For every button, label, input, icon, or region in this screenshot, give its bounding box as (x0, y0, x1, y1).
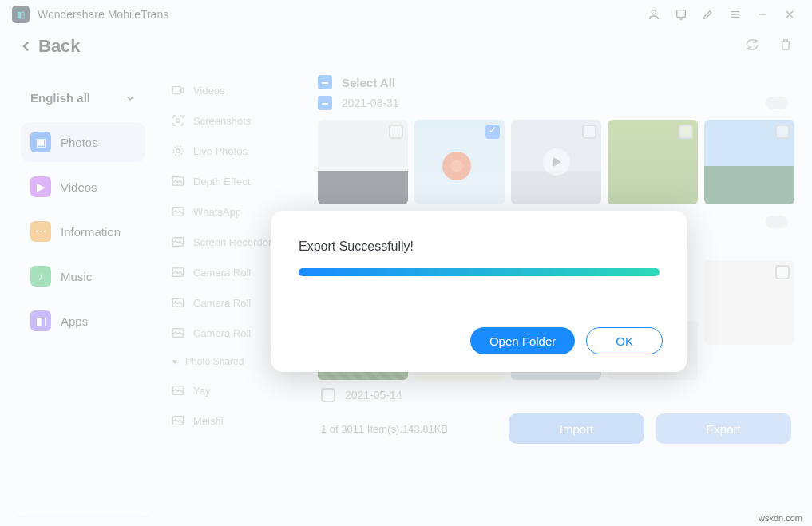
ok-button[interactable]: OK (586, 327, 663, 354)
export-success-modal: Export Successfully! Open Folder OK (271, 211, 687, 372)
watermark: wsxdn.com (759, 513, 802, 523)
modal-title: Export Successfully! (299, 239, 660, 254)
progress-bar (299, 268, 660, 276)
open-folder-button[interactable]: Open Folder (470, 327, 575, 354)
